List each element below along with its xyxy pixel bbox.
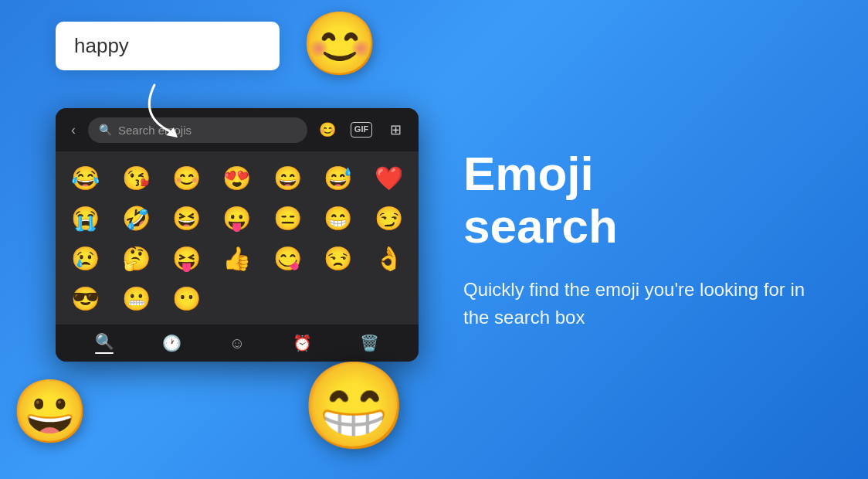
search-popup: happy bbox=[56, 22, 280, 70]
list-item[interactable]: ❤️ bbox=[365, 159, 412, 196]
gif-button[interactable]: GIF bbox=[348, 116, 375, 144]
emoji-category-smileys[interactable]: ☺️ bbox=[229, 335, 245, 352]
list-item[interactable]: 😢 bbox=[62, 240, 109, 277]
list-item[interactable]: 😋 bbox=[264, 240, 311, 277]
main-title: Emoji search bbox=[463, 148, 822, 253]
keyboard-header: ‹ 🔍 Search emojis 😊 GIF ⊞ bbox=[56, 108, 419, 151]
emoji-category-alarm[interactable]: ⏰ bbox=[293, 334, 312, 352]
list-item[interactable]: 😬 bbox=[112, 280, 159, 317]
title-line-2: search bbox=[463, 200, 822, 253]
list-item[interactable]: 😄 bbox=[264, 159, 311, 196]
emoji-face-icon[interactable]: 😊 bbox=[314, 116, 341, 144]
subtitle-text: Quickly find the emoji you're looking fo… bbox=[463, 276, 822, 331]
back-button[interactable]: ‹ bbox=[65, 119, 82, 141]
search-icon: 🔍 bbox=[99, 124, 112, 136]
list-item[interactable]: 🤔 bbox=[112, 240, 159, 277]
list-item[interactable]: 🤣 bbox=[112, 199, 159, 236]
list-item[interactable]: 😶 bbox=[163, 280, 210, 317]
list-item[interactable]: 😘 bbox=[112, 159, 159, 196]
left-section: happy 😊 ‹ 🔍 Search emojis 😊 GIF ⊞ bbox=[0, 0, 448, 479]
list-item[interactable]: 👍 bbox=[213, 240, 260, 277]
list-item[interactable]: 😎 bbox=[62, 280, 109, 317]
search-popup-text: happy bbox=[74, 34, 129, 57]
gif-badge-label: GIF bbox=[351, 122, 372, 137]
list-item[interactable]: 😭 bbox=[62, 199, 109, 236]
list-item[interactable]: 😆 bbox=[163, 199, 210, 236]
list-item[interactable]: 👌 bbox=[365, 240, 412, 277]
right-section: Emoji search Quickly find the emoji you'… bbox=[448, 117, 868, 362]
search-bottom-icon: 🔍 bbox=[95, 332, 114, 351]
list-item[interactable]: 😝 bbox=[163, 240, 210, 277]
emoji-category-recent[interactable]: 🔍 bbox=[95, 332, 114, 354]
emoji-category-clock[interactable]: 🕐 bbox=[162, 334, 181, 352]
emoji-grid: 😂 😘 😊 😍 😄 😅 ❤️ 😭 🤣 😆 😛 😑 😁 😏 😢 🤔 😝 👍 😋 😒… bbox=[56, 151, 419, 324]
list-item[interactable]: 😍 bbox=[213, 159, 260, 196]
emoji-featured-top: 😊 bbox=[301, 8, 378, 80]
list-item[interactable]: 😁 bbox=[314, 199, 361, 236]
emoji-category-trash[interactable]: 🗑️ bbox=[360, 334, 379, 352]
list-item bbox=[365, 280, 412, 317]
active-indicator bbox=[95, 352, 114, 354]
list-item bbox=[213, 280, 260, 317]
list-item[interactable]: 😛 bbox=[213, 199, 260, 236]
list-item[interactable]: 😅 bbox=[314, 159, 361, 196]
keyboard-panel: ‹ 🔍 Search emojis 😊 GIF ⊞ 😂 😘 😊 😍 😄 😅 ❤ bbox=[56, 108, 419, 362]
emoji-featured-bottom: 😁 bbox=[301, 356, 407, 456]
list-item[interactable]: 😂 bbox=[62, 159, 109, 196]
header-icons-group: 😊 GIF ⊞ bbox=[314, 116, 409, 144]
list-item[interactable]: 😑 bbox=[264, 199, 311, 236]
list-item bbox=[314, 280, 361, 317]
list-item bbox=[264, 280, 311, 317]
sticker-icon[interactable]: ⊞ bbox=[381, 116, 409, 144]
list-item[interactable]: 😒 bbox=[314, 240, 361, 277]
emoji-featured-left: 😀 bbox=[12, 375, 89, 448]
arrow-icon bbox=[131, 77, 193, 139]
list-item[interactable]: 😊 bbox=[163, 159, 210, 196]
emoji-search-bar[interactable]: 🔍 Search emojis bbox=[88, 117, 307, 143]
list-item[interactable]: 😏 bbox=[365, 199, 412, 236]
title-line-1: Emoji bbox=[463, 148, 822, 200]
